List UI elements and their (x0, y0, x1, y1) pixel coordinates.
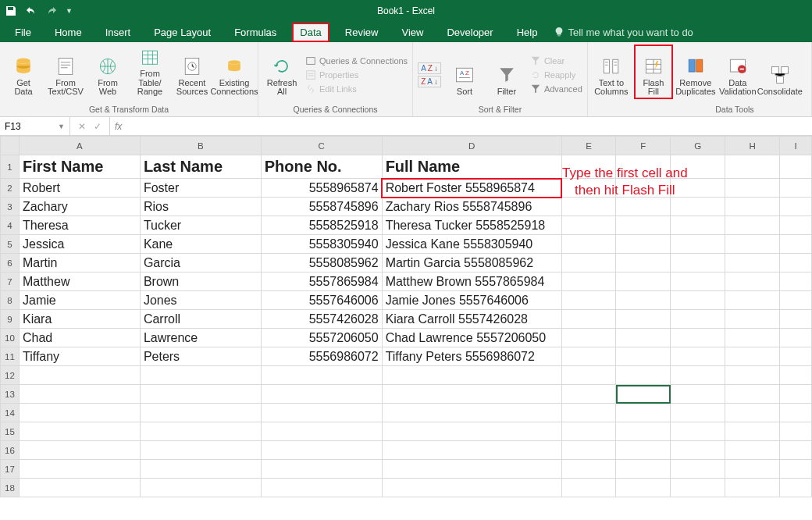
get-data-button[interactable]: Get Data (5, 45, 42, 98)
remove-duplicates-button[interactable]: Remove Duplicates (677, 45, 714, 98)
enter-formula-icon[interactable]: ✓ (94, 121, 102, 132)
save-icon[interactable] (5, 5, 17, 17)
cell[interactable]: 5556986072 (261, 347, 382, 366)
consolidate-button[interactable]: Consolidate (761, 45, 799, 98)
flash-fill-button[interactable]: Flash Fill (635, 45, 672, 98)
col-header-b[interactable]: B (140, 137, 261, 155)
worksheet-grid[interactable]: A B C D E F G H I 1 First Name Last Name… (0, 136, 812, 497)
row-header[interactable]: 8 (1, 291, 20, 310)
tab-home[interactable]: Home (48, 23, 89, 41)
tab-page-layout[interactable]: Page Layout (147, 23, 218, 41)
cell[interactable]: 5558745896 (261, 198, 382, 216)
from-web-button[interactable]: From Web (89, 45, 126, 98)
row-header[interactable]: 14 (1, 404, 20, 422)
tab-help[interactable]: Help (510, 23, 545, 41)
selected-cell[interactable] (616, 366, 671, 385)
row-header[interactable]: 12 (1, 366, 20, 385)
col-header-h[interactable]: H (725, 137, 780, 155)
cell[interactable]: Kane (140, 235, 261, 254)
row-header[interactable]: 16 (1, 441, 20, 460)
selected-cell[interactable] (616, 422, 671, 441)
select-all-corner[interactable] (1, 137, 20, 155)
existing-connections-button[interactable]: Existing Connections (215, 45, 253, 98)
selected-cell[interactable] (616, 479, 671, 497)
tab-view[interactable]: View (394, 23, 430, 41)
advanced-filter-button[interactable]: Advanced (530, 84, 582, 94)
cell[interactable]: Rios (140, 198, 261, 216)
cell[interactable]: Full Name (382, 155, 561, 179)
cell[interactable]: Carroll (140, 310, 261, 329)
cell[interactable]: Matthew Brown 5557865984 (382, 272, 561, 291)
cell[interactable]: Matthew (19, 272, 140, 291)
cell[interactable]: Zachary Rios 5558745896 (382, 198, 561, 216)
formula-input[interactable]: fx (109, 117, 812, 135)
cell[interactable]: 5558525918 (261, 216, 382, 235)
text-to-columns-button[interactable]: Text to Columns (593, 45, 630, 98)
name-box[interactable]: F13▼ (0, 117, 70, 135)
queries-connections-button[interactable]: Queries & Connections (305, 55, 408, 66)
cell[interactable]: Martin (19, 254, 140, 272)
tell-me-search[interactable]: Tell me what you want to do (554, 27, 693, 38)
cell[interactable]: Brown (140, 272, 261, 291)
tab-review[interactable]: Review (338, 23, 386, 41)
recent-sources-button[interactable]: Recent Sources (173, 45, 211, 98)
cell[interactable]: Tiffany Peters 5556986072 (382, 347, 561, 366)
cell[interactable]: 5557206050 (261, 329, 382, 347)
cell[interactable]: Last Name (140, 155, 261, 179)
cell[interactable]: Foster (140, 179, 261, 198)
data-validation-button[interactable]: Data Validation (719, 45, 757, 98)
cell[interactable]: 5557426028 (261, 310, 382, 329)
clear-filter-button[interactable]: Clear (530, 55, 582, 66)
row-header[interactable]: 1 (1, 155, 20, 179)
properties-button[interactable]: Properties (305, 69, 408, 80)
col-header-f[interactable]: F (616, 137, 671, 155)
sort-az-button[interactable]: AZ↓ (418, 62, 441, 74)
refresh-all-button[interactable]: Refresh All (263, 45, 301, 98)
row-header[interactable]: 11 (1, 347, 20, 366)
cell[interactable]: Chad (19, 329, 140, 347)
from-text-csv-button[interactable]: From Text/CSV (47, 45, 84, 98)
tab-developer[interactable]: Developer (440, 23, 500, 41)
cell[interactable]: 5557646006 (261, 291, 382, 310)
row-header[interactable]: 15 (1, 422, 20, 441)
row-header[interactable]: 9 (1, 310, 20, 329)
row-header[interactable]: 17 (1, 460, 20, 479)
row-header[interactable]: 2 (1, 179, 20, 198)
cell[interactable]: 5558965874 (261, 179, 382, 198)
col-header-g[interactable]: G (671, 137, 725, 155)
cell[interactable]: Theresa (19, 216, 140, 235)
cell[interactable]: Lawrence (140, 329, 261, 347)
cell[interactable]: 5557865984 (261, 272, 382, 291)
cell[interactable]: Kiara (19, 310, 140, 329)
selected-cell[interactable] (616, 460, 671, 479)
cancel-formula-icon[interactable]: ✕ (78, 121, 86, 132)
col-header-i[interactable]: I (780, 137, 812, 155)
cell[interactable]: Jamie Jones 5557646006 (382, 291, 561, 310)
col-header-c[interactable]: C (261, 137, 382, 155)
from-table-range-button[interactable]: From Table/ Range (131, 45, 169, 98)
col-header-d[interactable]: D (382, 137, 561, 155)
cell[interactable]: Tiffany (19, 347, 140, 366)
row-header[interactable]: 13 (1, 385, 20, 404)
tab-file[interactable]: File (8, 23, 38, 41)
cell[interactable]: Theresa Tucker 5558525918 (382, 216, 561, 235)
cell[interactable]: Phone No. (261, 155, 382, 179)
selected-cell[interactable] (616, 441, 671, 460)
row-header[interactable]: 4 (1, 216, 20, 235)
reapply-button[interactable]: Reapply (530, 69, 582, 80)
cell[interactable]: Jamie (19, 291, 140, 310)
row-header[interactable]: 3 (1, 198, 20, 216)
qat-dropdown-icon[interactable]: ▼ (66, 7, 73, 15)
cell[interactable]: Robert (19, 179, 140, 198)
chevron-down-icon[interactable]: ▼ (58, 123, 65, 130)
tab-insert[interactable]: Insert (98, 23, 138, 41)
cell[interactable]: Jessica (19, 235, 140, 254)
selected-cell[interactable] (616, 385, 671, 404)
cell[interactable]: Jones (140, 291, 261, 310)
cell[interactable]: 5558085962 (261, 254, 382, 272)
row-header[interactable]: 18 (1, 479, 20, 497)
edit-links-button[interactable]: Edit Links (305, 84, 408, 94)
col-header-e[interactable]: E (561, 137, 616, 155)
cell[interactable]: Peters (140, 347, 261, 366)
row-header[interactable]: 10 (1, 329, 20, 347)
